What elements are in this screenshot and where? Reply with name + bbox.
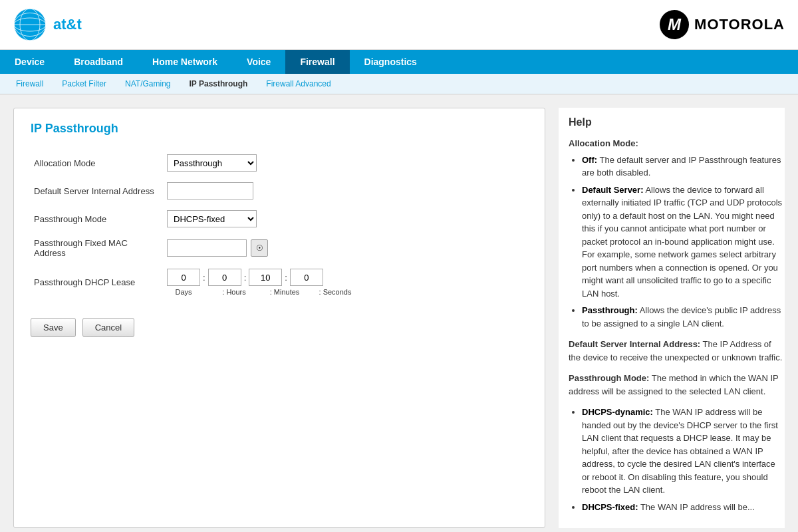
help-list-item-off: Off: The default server and IP Passthrou… xyxy=(582,154,785,180)
dhcp-lease-row: Passthrough DHCP Lease : : : Days xyxy=(31,263,528,301)
subnav-firewall[interactable]: Firewall xyxy=(13,78,46,90)
help-panel: Help Allocation Mode: Off: The default s… xyxy=(559,108,785,528)
nav-broadband[interactable]: Broadband xyxy=(59,50,138,74)
att-logo: at&t xyxy=(13,8,82,41)
help-allocation-mode-title: Allocation Mode: xyxy=(569,137,785,150)
dhcp-sep3: : xyxy=(285,273,287,283)
cancel-button[interactable]: Cancel xyxy=(82,318,134,337)
passthrough-mode-label: Passthrough Mode xyxy=(31,205,164,233)
dhcp-lease-label: Passthrough DHCP Lease xyxy=(31,263,164,301)
subnav-packet-filter[interactable]: Packet Filter xyxy=(59,78,109,90)
save-button[interactable]: Save xyxy=(31,318,76,337)
main-navigation: Device Broadband Home Network Voice Fire… xyxy=(0,50,798,74)
default-server-input[interactable] xyxy=(167,182,253,200)
seconds-label: : Seconds xyxy=(319,288,352,296)
nav-device[interactable]: Device xyxy=(0,50,59,74)
dhcp-seconds-input[interactable] xyxy=(290,269,323,286)
subnav-nat-gaming[interactable]: NAT/Gaming xyxy=(122,78,173,90)
mac-lookup-button[interactable]: ☉ xyxy=(251,239,268,257)
page-title: IP Passthrough xyxy=(31,122,528,136)
dhcp-lease-inputs: : : : xyxy=(167,269,525,286)
allocation-mode-select[interactable]: Passthrough Off Default Server xyxy=(167,154,257,172)
subnav-firewall-advanced[interactable]: Firewall Advanced xyxy=(263,78,333,90)
mac-address-input[interactable] xyxy=(167,239,247,257)
motorola-logo: M MOTOROLA xyxy=(660,10,785,39)
help-default-server-text: Default Server Internal Address: The IP … xyxy=(569,338,785,364)
hours-label: : Hours xyxy=(217,288,251,296)
motorola-icon: M xyxy=(660,10,689,39)
help-list-item-dhcps-fixed: DHCPS-fixed: The WAN IP address will be.… xyxy=(582,501,785,514)
help-passthrough-mode-text: Passthrough Mode: The method in which th… xyxy=(569,372,785,398)
nav-home-network[interactable]: Home Network xyxy=(138,50,232,74)
dhcp-hours-input[interactable] xyxy=(208,269,241,286)
help-allocation-list: Off: The default server and IP Passthrou… xyxy=(582,154,785,331)
help-passthrough-mode-list: DHCPS-dynamic: The WAN IP address will b… xyxy=(582,406,785,513)
content-area: IP Passthrough Allocation Mode Passthrou… xyxy=(0,94,798,532)
dhcp-sep1: : xyxy=(203,273,205,283)
mac-input-group: ☉ xyxy=(167,239,525,257)
motorola-brand-name: MOTOROLA xyxy=(694,16,785,33)
help-list-item-passthrough: Passthrough: Allows the device's public … xyxy=(582,304,785,330)
passthrough-mode-row: Passthrough Mode DHCPS-fixed DHCPS-dynam… xyxy=(31,205,528,233)
minutes-label: : Minutes xyxy=(268,288,301,296)
help-list-item-default-server: Default Server: Allows the device to for… xyxy=(582,184,785,301)
nav-diagnostics[interactable]: Diagnostics xyxy=(350,50,432,74)
default-server-row: Default Server Internal Address xyxy=(31,177,528,205)
dhcp-minutes-input[interactable] xyxy=(249,269,282,286)
dhcp-labels: Days : Hours : Minutes : Seconds xyxy=(167,288,525,296)
allocation-mode-row: Allocation Mode Passthrough Off Default … xyxy=(31,149,528,177)
dhcp-sep2: : xyxy=(244,273,247,283)
header: at&t M MOTOROLA xyxy=(0,0,798,50)
subnav-ip-passthrough[interactable]: IP Passthrough xyxy=(187,78,251,90)
att-logo-icon xyxy=(13,8,47,41)
days-label: Days xyxy=(167,288,200,296)
nav-voice[interactable]: Voice xyxy=(232,50,285,74)
sub-navigation: Firewall Packet Filter NAT/Gaming IP Pas… xyxy=(0,74,798,94)
default-server-label: Default Server Internal Address xyxy=(31,177,164,205)
att-brand-name: at&t xyxy=(53,16,82,33)
help-title: Help xyxy=(569,114,785,130)
dhcp-days-input[interactable] xyxy=(167,269,200,286)
mac-address-row: Passthrough Fixed MAC Address ☉ xyxy=(31,233,528,263)
main-panel: IP Passthrough Allocation Mode Passthrou… xyxy=(13,108,545,528)
form-buttons: Save Cancel xyxy=(31,318,528,337)
help-list-item-dhcps-dynamic: DHCPS-dynamic: The WAN IP address will b… xyxy=(582,406,785,497)
nav-firewall[interactable]: Firewall xyxy=(285,50,349,74)
mac-address-label: Passthrough Fixed MAC Address xyxy=(31,233,164,263)
form-table: Allocation Mode Passthrough Off Default … xyxy=(31,149,528,301)
passthrough-mode-select[interactable]: DHCPS-fixed DHCPS-dynamic Manual xyxy=(167,210,257,227)
allocation-mode-label: Allocation Mode xyxy=(31,149,164,177)
